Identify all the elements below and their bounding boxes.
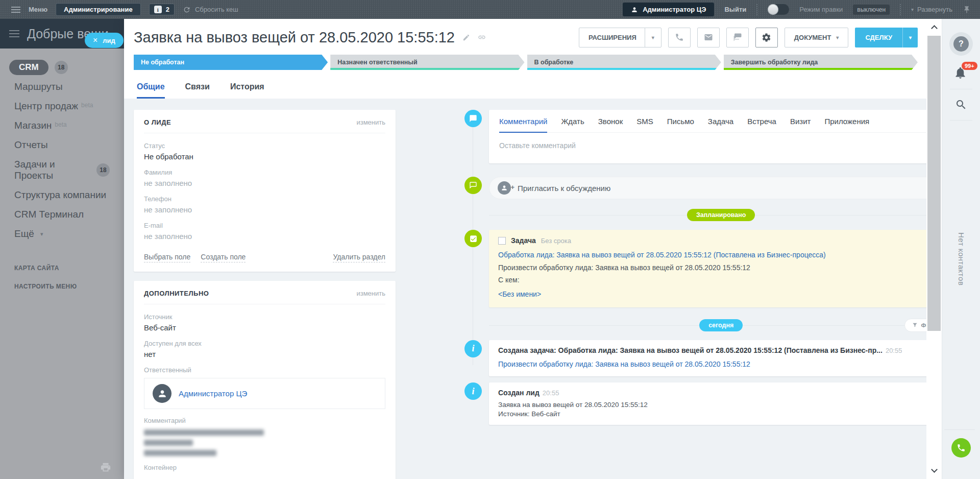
document-button[interactable]: ДОКУМЕНТ ▾ xyxy=(785,28,849,47)
tab-comment[interactable]: Комментарий xyxy=(499,117,547,133)
sidebar-item-tasks[interactable]: Задачи и Проекты18 xyxy=(0,155,124,185)
field-value-lastname[interactable]: не заполнено xyxy=(144,179,385,187)
current-user-button[interactable]: Администратор ЦЭ xyxy=(623,3,714,16)
help-button[interactable]: ? xyxy=(949,32,973,56)
settings-button[interactable] xyxy=(755,28,778,47)
responsible-user-link[interactable]: Администратор ЦЭ xyxy=(179,389,247,398)
call-button[interactable] xyxy=(668,28,691,47)
entry-task-link[interactable]: Произвести обработку лида: Заявка на выв… xyxy=(498,359,902,369)
info-icon: i xyxy=(154,6,162,13)
field-label: Комментарий xyxy=(144,417,385,424)
sidebar-item-more[interactable]: Ещё▾ xyxy=(0,224,124,244)
field-value-status[interactable]: Не обработан xyxy=(144,152,385,161)
field-value-available[interactable]: нет xyxy=(144,350,385,358)
tab-task[interactable]: Задача xyxy=(708,117,733,133)
beta-label: beta xyxy=(55,121,66,128)
tab-relations[interactable]: Связи xyxy=(185,82,210,99)
edit-pencil-icon[interactable] xyxy=(462,34,470,41)
stage-finish-processing[interactable]: Завершить обработку лида xyxy=(724,55,918,70)
stage-not-processed[interactable]: Не обработан xyxy=(134,55,328,70)
menu-icon[interactable] xyxy=(11,7,20,13)
sidebar-item-crm[interactable]: CRM 18 xyxy=(9,60,116,75)
info-counter-button[interactable]: i 2 xyxy=(149,4,175,15)
comment-input[interactable]: Оставьте комментарий xyxy=(499,133,926,163)
sidebar-item-company-structure[interactable]: Структура компании xyxy=(0,185,124,205)
top-bar: Меню Администрирование i 2 Сбросить кеш … xyxy=(0,0,980,19)
reset-cache-button[interactable]: Сбросить кеш xyxy=(183,6,238,14)
sidebar-item-crm-terminal[interactable]: CRM Терминал xyxy=(0,205,124,224)
slider-scrollbar[interactable] xyxy=(926,19,942,479)
search-icon xyxy=(955,99,967,111)
administration-button[interactable]: Администрирование xyxy=(56,3,141,16)
scrollbar-thumb[interactable] xyxy=(927,36,941,331)
sidebar-menu-icon[interactable] xyxy=(9,30,19,37)
edit-mode-state: выключен xyxy=(853,5,890,15)
email-button[interactable] xyxy=(697,28,720,47)
edit-section-link[interactable]: изменить xyxy=(356,290,385,297)
tab-wait[interactable]: Ждать xyxy=(561,117,584,133)
chevron-down-icon: ▾ xyxy=(652,35,654,40)
comment-blurred-value xyxy=(144,429,385,456)
sidebar-item-shop[interactable]: Магазинbeta xyxy=(0,116,124,135)
expand-button[interactable]: ▾ Развернуть xyxy=(911,6,952,13)
field-label: Доступен для всех xyxy=(144,340,385,347)
comment-composer-card: Комментарий Ждать Звонок SMS Письмо Зада… xyxy=(489,110,926,163)
sidebar-item-routes[interactable]: Маршруты xyxy=(0,77,124,97)
telephony-button[interactable] xyxy=(951,438,971,458)
notifications-button[interactable]: 99+ xyxy=(953,66,969,80)
beta-label: beta xyxy=(81,102,93,109)
search-button[interactable] xyxy=(955,99,967,111)
timeline-column: Комментарий Ждать Звонок SMS Письмо Зада… xyxy=(464,110,926,479)
printer-icon[interactable] xyxy=(100,462,111,473)
scroll-up-icon[interactable] xyxy=(931,25,938,32)
menu-label[interactable]: Меню xyxy=(29,6,47,13)
task-checkbox[interactable] xyxy=(498,237,506,245)
tab-meeting[interactable]: Встреча xyxy=(747,117,776,133)
field-value-source[interactable]: Веб-сайт xyxy=(144,323,385,332)
logout-link[interactable]: Выйти xyxy=(724,6,746,13)
separator xyxy=(900,4,901,15)
sitemap-link[interactable]: КАРТА САЙТА xyxy=(0,259,124,277)
filter-button[interactable]: ФИЛЬТР xyxy=(904,319,927,332)
info-icon: i xyxy=(464,340,482,357)
create-field-link[interactable]: Создать поле xyxy=(201,253,246,262)
entity-tag: лид xyxy=(103,37,115,44)
stage-in-progress[interactable]: В обработке xyxy=(527,55,721,70)
invite-to-discussion-button[interactable]: + Пригласить к обсуждению xyxy=(489,177,926,199)
today-divider: сегодня ФИЛЬТР xyxy=(489,318,926,333)
delete-section-link[interactable]: Удалить раздел xyxy=(333,253,385,262)
tab-history[interactable]: История xyxy=(230,82,264,99)
tab-apps[interactable]: Приложения xyxy=(824,117,869,133)
edit-mode-toggle[interactable] xyxy=(768,4,789,15)
sidebar-item-sales-center[interactable]: Центр продажbeta xyxy=(0,97,124,116)
tab-sms[interactable]: SMS xyxy=(636,117,653,133)
task-with-link[interactable]: <Без имени> xyxy=(498,289,926,299)
create-deal-button[interactable]: СДЕЛКУ ▾ xyxy=(855,28,918,47)
field-value-email[interactable]: не заполнено xyxy=(144,232,385,241)
invite-label: Пригласить к обсуждению xyxy=(518,184,610,193)
reset-cache-label: Сбросить кеш xyxy=(195,6,238,13)
tab-letter[interactable]: Письмо xyxy=(667,117,694,133)
chat-button[interactable] xyxy=(726,28,749,47)
tab-visit[interactable]: Визит xyxy=(790,117,811,133)
select-field-link[interactable]: Выбрать поле xyxy=(144,253,190,262)
extensions-button[interactable]: РАСШИРЕНИЯ ▾ xyxy=(579,28,662,47)
edit-section-link[interactable]: изменить xyxy=(356,118,385,126)
slider-close-button[interactable]: × лид xyxy=(85,33,124,48)
scroll-down-icon[interactable] xyxy=(931,466,938,473)
tab-general[interactable]: Общие xyxy=(137,82,165,99)
configure-menu-link[interactable]: НАСТРОИТЬ МЕНЮ xyxy=(0,277,124,296)
document-label: ДОКУМЕНТ xyxy=(794,34,831,41)
copy-link-icon[interactable] xyxy=(478,33,486,41)
crm-pill[interactable]: CRM xyxy=(9,60,48,75)
sidebar-item-reports[interactable]: Отчеты xyxy=(0,135,124,155)
tab-call[interactable]: Звонок xyxy=(598,117,623,133)
field-value-phone[interactable]: не заполнено xyxy=(144,205,385,214)
stage-responsible-assigned[interactable]: Назначен ответственный xyxy=(330,55,524,70)
pin-icon[interactable] xyxy=(963,6,971,14)
comment-bubble-icon xyxy=(464,110,482,127)
refresh-icon xyxy=(183,6,191,14)
task-title-link[interactable]: Обработка лида: Заявка на вывоз вещей от… xyxy=(498,250,926,260)
task-deadline: Без срока xyxy=(541,237,571,245)
timeline-entry-task-created: i Создана задача: Обработка лида: Заявка… xyxy=(464,340,926,376)
